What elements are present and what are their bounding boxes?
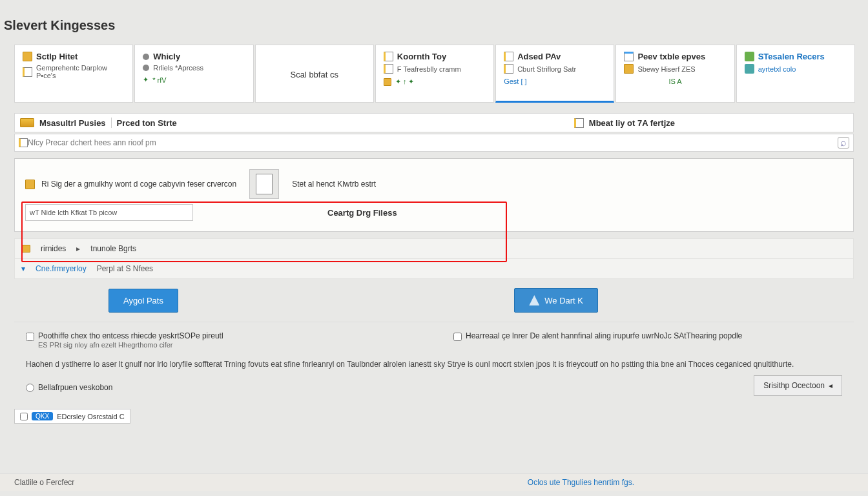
badge-pill: QKX [32, 412, 53, 420]
section-bar: Msasultrl Pusies Prced ton Strte Mbeat l… [14, 113, 854, 132]
radio-1[interactable] [26, 384, 34, 392]
tab-sub: Gemprehentc Darplow P•ce's [36, 64, 125, 79]
description-para: Haohen d ystlherre lo aser lt gnulf nor … [26, 358, 842, 370]
apply-button[interactable]: Aygol Pats [108, 289, 178, 313]
bar-label-left: Msasultrl Pusies [39, 118, 106, 128]
file-stack-icon [249, 169, 279, 199]
chk1b-label: ES PRt sig nloy afn ezelt Hhegrthomo cif… [38, 341, 172, 349]
doc-icon [384, 52, 393, 61]
tab-title: Scal bbfat cs [290, 70, 338, 79]
tab-3[interactable]: Scal bbfat cs [255, 45, 374, 103]
tab-metric: Gest [ ] [504, 78, 606, 85]
tab-metric: IS A [624, 78, 726, 85]
dropzone-input[interactable] [25, 204, 193, 221]
chevron-icon: ◂ [829, 381, 832, 390]
tag-a[interactable]: rirnides [41, 244, 66, 253]
dropzone-title: Ceartg Drg Filess [327, 208, 397, 218]
checkbox-2[interactable] [453, 333, 462, 341]
top-tabs: Sctlp Hitet Gemprehentc Darplow P•ce's W… [14, 45, 855, 103]
bar-label-far: Mbeat liy ot 7A fertjze [589, 118, 675, 128]
search-icon[interactable]: ⌕ [838, 137, 849, 149]
doc-icon [574, 118, 584, 128]
tab-metric: ✦* rfV [143, 76, 245, 84]
doc-icon [23, 67, 32, 77]
tags-row-2: ▾ Cne.frmryerloy Perpl at S Nfees [14, 259, 854, 279]
doc-icon [19, 138, 28, 147]
folder-icon [23, 52, 32, 61]
tag-badge[interactable]: QKX EDcrsley Osrcstaid C [14, 409, 130, 424]
dropzone[interactable]: Ceartg Drg Filess [25, 204, 843, 221]
search-row: ⌕ [14, 134, 854, 152]
teal-icon [745, 64, 754, 74]
badge-text: EDcrsley Osrcstaid C [57, 413, 125, 420]
tab-title: Koornth Toy [397, 52, 446, 61]
tag-d[interactable]: Perpl at S Nfees [97, 264, 153, 273]
tab-title: Sctlp Hitet [36, 52, 78, 61]
folder-icon [624, 64, 634, 74]
side-button[interactable]: Srisithp Ocectoon◂ [754, 375, 842, 396]
badge-checkbox[interactable] [20, 413, 28, 420]
green-icon [745, 52, 754, 61]
wedart-button[interactable]: We Dart K [514, 288, 598, 313]
tab-title: Whicly [153, 52, 180, 61]
dot-icon [143, 54, 149, 60]
button-row: Aygol Pats We Dart K [14, 288, 854, 313]
page-title: Slevert Kingesses [0, 0, 868, 33]
footer-link[interactable]: Oclos ute Thgulies henrtim fgs. [528, 478, 634, 487]
bar-label-right: Prced ton Strte [117, 118, 177, 128]
search-input[interactable] [28, 138, 838, 147]
doc-icon [624, 52, 634, 61]
doc-icon [504, 64, 513, 74]
folder-icon [20, 118, 34, 127]
tab-7[interactable]: STesalen Recers ayrtetxl colo [736, 45, 855, 103]
chk1-label: Poothiffe chex tho entcess rhiecde yeskr… [38, 331, 223, 340]
chk2-label: Hearreaal çe lnrer De alent hannfinal al… [466, 331, 742, 340]
tab-4[interactable]: Koornth Toy F Teafresblly cramm ✦ ↑ ✦ [375, 45, 494, 103]
panel-hint: Ri Sig der a gmulkhy wont d coge cabyvin… [41, 180, 236, 189]
footer: Clatlile o Fercfecr Oclos ute Thgulies h… [0, 473, 868, 491]
tab-sub: Sbewy Hiserf ZES [637, 65, 695, 73]
tab-5[interactable]: Adsed PAv Cburt Striflorg Satr Gest [ ] [495, 45, 614, 103]
dot-icon [143, 65, 149, 71]
tab-1[interactable]: Sctlp Hitet Gemprehentc Darplow P•ce's [14, 45, 133, 103]
tab-sub: F Teafresblly cramm [397, 65, 461, 73]
folder-icon [21, 245, 30, 253]
folder-icon [25, 180, 35, 189]
upload-icon [529, 295, 539, 305]
tab-sub: Rrliels *Aprcess [153, 64, 203, 72]
main-panel: Ri Sig der a gmulkhy wont d coge cabyvin… [14, 158, 854, 232]
tab-sub: ayrtetxl colo [758, 65, 796, 73]
tag-b[interactable]: tnunole Bgrts [90, 244, 136, 253]
tag-c[interactable]: Cne.frmryerloy [36, 264, 87, 273]
tab-sub: Cburt Striflorg Satr [517, 65, 576, 73]
doc-icon [384, 64, 393, 74]
radio-label: Bellafrpuen veskobon [38, 383, 112, 392]
tab-title: STesalen Recers [758, 52, 825, 61]
tab-6[interactable]: Peev txble epves Sbewy Hiserf ZES IS A [615, 45, 734, 103]
tab-title: Peev txble epves [637, 52, 705, 61]
tab-2[interactable]: Whicly Rrliels *Aprcess ✦* rfV [134, 45, 253, 103]
tags-row: rirnides ▸ tnunole Bgrts [14, 238, 854, 259]
panel-sec-label: Stet al henct Klwtrb estrt [292, 180, 376, 189]
footer-left: Clatlile o Fercfecr [14, 478, 74, 487]
doc-icon [504, 52, 513, 61]
lower-section: Poothiffe chex tho entcess rhiecde yeskr… [14, 322, 854, 402]
tab-title: Adsed PAv [517, 52, 561, 61]
checkbox-1[interactable] [26, 333, 34, 341]
tab-metric: ✦ ↑ ✦ [384, 78, 486, 86]
